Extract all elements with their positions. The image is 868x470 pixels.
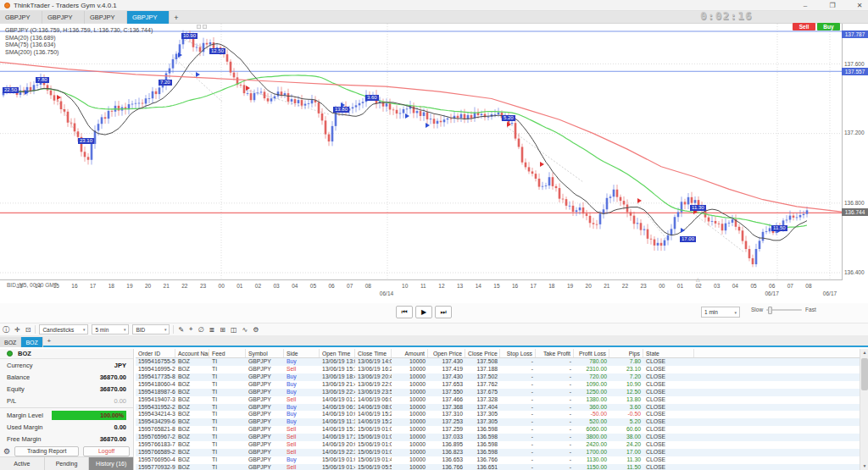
- cell-feed: TI: [209, 358, 246, 366]
- period-select[interactable]: 5 min▾: [92, 324, 129, 335]
- interval-select[interactable]: 1 min ▾: [701, 307, 740, 318]
- panel-tab-pending[interactable]: Pending: [45, 457, 90, 470]
- panel-tab-history[interactable]: History (16): [89, 457, 134, 470]
- table-row[interactable]: 1595419407-3BOZTIGBPJPYSell14/06/19 01:2…: [136, 396, 860, 404]
- table-row[interactable]: 1595765821-8BOZTIGBPJPYSell14/06/19 15:3…: [136, 426, 860, 434]
- settings-icon[interactable]: ⚙: [253, 326, 259, 334]
- table-row[interactable]: 1595765967-2BOZTIGBPJPYSell14/06/19 17:2…: [136, 434, 860, 441]
- chart-tab[interactable]: GBPJPY: [42, 11, 85, 24]
- maximize-icon[interactable]: ❐: [827, 2, 837, 9]
- price-axis-label: 137.200: [844, 129, 865, 136]
- account-row-value: 36870.00: [100, 385, 126, 393]
- cell-amount: 10000: [392, 404, 428, 412]
- table-row[interactable]: 1595770932-9BOZTIGBPJPYSell15/06/19 01:4…: [136, 464, 860, 470]
- column-header[interactable]: Amount: [392, 349, 428, 357]
- column-header[interactable]: Open Price: [428, 349, 465, 357]
- indicators-icon[interactable]: ≣: [209, 326, 215, 334]
- column-header[interactable]: Order ID: [136, 349, 175, 357]
- logoff-button[interactable]: Logoff: [83, 446, 130, 456]
- close-icon[interactable]: ✕: [854, 2, 865, 9]
- hide-icon[interactable]: ∅: [198, 326, 204, 334]
- cell-take-profit: -: [536, 441, 574, 449]
- panel-tab-active[interactable]: Active: [0, 457, 45, 470]
- compass-icon[interactable]: ⌖: [189, 325, 193, 334]
- account-settings-icon[interactable]: ⚙: [3, 447, 10, 456]
- chart-tab[interactable]: GBPJPY: [85, 11, 127, 24]
- legend-collapse-icons[interactable]: [197, 25, 207, 29]
- scrollbar-thumb[interactable]: [861, 358, 868, 390]
- chart-area[interactable]: GBPJPY (O:136.759, H:136.759, L:136.730,…: [0, 24, 868, 298]
- feed-select[interactable]: BID▾: [132, 324, 170, 335]
- table-row[interactable]: 1595766183-7BOZTIGBPJPYSell14/06/19 20:0…: [136, 441, 860, 449]
- slider-knob[interactable]: [768, 307, 772, 314]
- account-tab[interactable]: BOZ: [21, 337, 42, 347]
- legend-box-icon[interactable]: [203, 25, 207, 29]
- play-icon[interactable]: ▶: [415, 306, 432, 318]
- scroll-up-icon[interactable]: ▲: [860, 349, 868, 357]
- column-header[interactable]: Pips: [609, 349, 643, 357]
- legend-box-icon[interactable]: [197, 25, 201, 29]
- chart-type-select[interactable]: Candlesticks▾: [39, 324, 88, 335]
- table-scrollbar[interactable]: ▲ ▼: [860, 349, 868, 470]
- chart-tab[interactable]: GBPJPY: [127, 11, 170, 24]
- column-header[interactable]: Side: [284, 349, 320, 357]
- buy-button[interactable]: Buy: [817, 23, 840, 30]
- crop-icon[interactable]: ⊡: [25, 326, 31, 334]
- crosshair-icon[interactable]: ✛: [14, 326, 20, 334]
- line-tool-icon[interactable]: ∿: [242, 326, 248, 334]
- info-icon[interactable]: ⓘ: [3, 325, 9, 335]
- cell-stop-loss: -: [500, 464, 536, 470]
- sell-button[interactable]: Sell: [793, 23, 815, 30]
- account-name: BOZ: [18, 350, 31, 357]
- table-row[interactable]: 1595416995-2BOZTIGBPJPYSell13/06/19 15:1…: [136, 366, 860, 373]
- column-header[interactable]: State: [643, 349, 694, 357]
- draw-icon[interactable]: ✎: [178, 326, 184, 334]
- cell-side: Sell: [284, 426, 320, 434]
- column-header[interactable]: Symbol: [246, 349, 284, 357]
- cell-open-price: 137.466: [428, 396, 465, 404]
- slider-track[interactable]: [766, 309, 802, 311]
- table-row[interactable]: 1595766950-4BOZTIGBPJPYBuy15/06/19 01:01…: [136, 456, 860, 464]
- table-row[interactable]: 1595416755-5BOZTIGBPJPYBuy13/06/19 13:01…: [136, 358, 860, 366]
- column-header[interactable]: Feed: [209, 349, 246, 357]
- playback-position-icon[interactable]: △: [696, 276, 700, 282]
- column-header[interactable]: Open Time: [320, 349, 355, 357]
- table-row[interactable]: 1595434214-3BOZTIGBPJPYBuy14/06/19 10:01…: [136, 411, 860, 418]
- table-row[interactable]: 1595417735-8BOZTIGBPJPYBuy13/06/19 18:41…: [136, 373, 860, 381]
- cell-symbol: GBPJPY: [246, 456, 284, 464]
- table-row[interactable]: 1595418060-4BOZTIGBPJPYBuy13/06/19 21:41…: [136, 381, 860, 389]
- trade-pips-label: 7.80: [36, 77, 49, 83]
- speed-slider[interactable]: Slow Fast: [751, 307, 816, 312]
- column-header[interactable]: Take Profit: [536, 349, 574, 357]
- trading-report-button[interactable]: Trading Report: [14, 446, 79, 456]
- time-tick: 04: [288, 283, 302, 289]
- grid-layout-icon[interactable]: ⊞: [220, 326, 225, 334]
- cell-take-profit: -: [536, 404, 574, 412]
- add-account-tab-button[interactable]: +: [43, 335, 55, 346]
- price-axis-label: 136.400: [844, 268, 865, 276]
- column-header[interactable]: Close Price: [465, 349, 500, 357]
- time-tick: 01: [233, 283, 247, 289]
- step-forward-icon[interactable]: ⏭: [435, 306, 452, 318]
- table-row[interactable]: 1595431952-2BOZTIGBPJPYBuy14/06/19 06:31…: [136, 404, 860, 412]
- step-back-icon[interactable]: ⏮: [396, 306, 413, 318]
- cell-pips: 24.20: [609, 441, 643, 449]
- cell-feed: TI: [209, 456, 246, 464]
- candlestick-chart[interactable]: [0, 24, 842, 279]
- column-header[interactable]: Close Time: [355, 349, 392, 357]
- cell-feed: TI: [209, 373, 246, 381]
- cell-pips: 12.50: [609, 389, 643, 396]
- scroll-down-icon[interactable]: ▼: [860, 462, 868, 470]
- chart-tab[interactable]: GBPJPY: [0, 11, 42, 24]
- table-row[interactable]: 1595434299-6BOZTIGBPJPYBuy14/06/19 11:11…: [136, 418, 860, 426]
- add-tab-button[interactable]: +: [170, 11, 183, 24]
- table-row[interactable]: 1595418987-6BOZTIGBPJPYBuy13/06/19 22:41…: [136, 389, 860, 396]
- column-header[interactable]: Stop Loss: [500, 349, 536, 357]
- account-tab[interactable]: BOZ: [0, 337, 21, 347]
- column-header[interactable]: Profit Loss: [574, 349, 609, 357]
- minimize-icon[interactable]: –: [800, 2, 810, 9]
- panels-icon[interactable]: ◫: [231, 326, 237, 334]
- column-header[interactable]: Account Nam: [175, 349, 209, 357]
- table-row[interactable]: 1595766589-2BOZTIGBPJPYSell14/06/19 22:3…: [136, 449, 860, 456]
- cell-side: Buy: [284, 389, 320, 396]
